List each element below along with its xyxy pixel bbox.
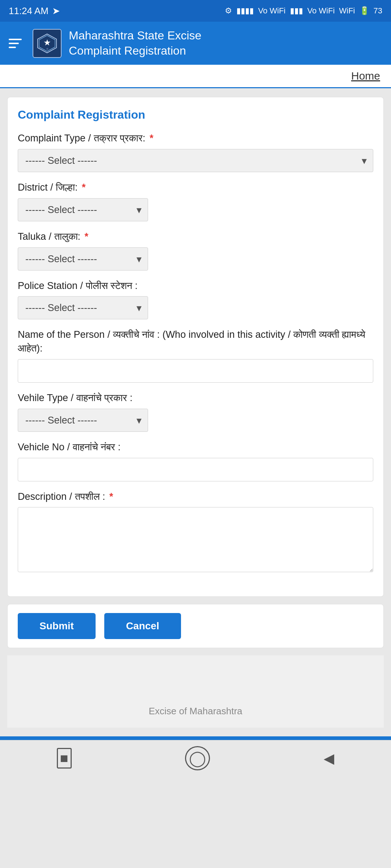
nav-bar: Home	[0, 65, 391, 88]
complaint-type-select[interactable]: ------ Select ------	[18, 149, 373, 172]
time: 11:24 AM	[9, 5, 49, 17]
header-title: Maharashtra State Excise Complaint Regis…	[69, 28, 201, 58]
taluka-group: Taluka / तालुका: * ------ Select ------ …	[18, 230, 373, 271]
footer-text: Excise of Maharashtra	[149, 706, 243, 720]
battery-icon: 🔋	[360, 6, 369, 16]
buttons-card: Submit Cancel	[7, 604, 384, 648]
hamburger-line-2	[9, 43, 19, 44]
battery-level: 73	[374, 6, 382, 16]
police-station-label: Police Station / पोलीस स्टेशन :	[18, 279, 373, 293]
hamburger-line-3	[9, 47, 16, 48]
submit-button[interactable]: Submit	[18, 613, 96, 639]
cancel-button[interactable]: Cancel	[104, 613, 181, 639]
footer-blue-bar	[0, 736, 391, 740]
hamburger-menu[interactable]	[9, 39, 22, 48]
description-label: Description / तपशील : *	[18, 490, 373, 504]
description-textarea[interactable]	[18, 507, 373, 572]
header: ★ ⚖ Maharashtra State Excise Complaint R…	[0, 22, 391, 65]
vehicle-no-input[interactable]	[18, 458, 373, 481]
form-title: Complaint Registration	[18, 108, 373, 122]
logo-badge: ★ ⚖	[33, 29, 62, 58]
signal2-icon: ▮▮▮	[290, 6, 303, 16]
vehicle-type-label: Vehile Type / वाहनांचे प्रकार :	[18, 391, 373, 405]
taluka-label: Taluka / तालुका: *	[18, 230, 373, 244]
recent-apps-icon[interactable]: ■	[57, 748, 72, 769]
complaint-type-label: Complaint Type / तक्रार प्रकार: *	[18, 132, 373, 145]
description-group: Description / तपशील : *	[18, 490, 373, 575]
bluetooth-icon: ⚙	[225, 6, 232, 16]
vehicle-no-group: Vehicle No / वाहनांचे नंबर :	[18, 441, 373, 481]
vehicle-type-select[interactable]: ------ Select ------	[18, 409, 148, 432]
svg-text:★: ★	[44, 39, 51, 47]
person-name-label: Name of the Person / व्यक्तीचे नांव : (W…	[18, 328, 373, 356]
district-group: District / जिल्हा: * ------ Select -----…	[18, 181, 373, 221]
person-name-group: Name of the Person / व्यक्तीचे नांव : (W…	[18, 328, 373, 383]
home-icon[interactable]: ◯	[185, 746, 210, 770]
hamburger-line-1	[9, 39, 22, 40]
main-content: Complaint Registration Complaint Type / …	[0, 88, 391, 736]
police-station-select-wrapper: ------ Select ------ ▾	[18, 296, 148, 319]
footer-area: Excise of Maharashtra	[7, 655, 384, 728]
police-station-group: Police Station / पोलीस स्टेशन : ------ S…	[18, 279, 373, 320]
taluka-select-wrapper: ------ Select ------ ▾	[18, 247, 148, 271]
logo-icon: ★ ⚖	[36, 33, 58, 54]
signal-icon: ▮▮▮▮	[236, 6, 254, 16]
status-bar-left: 11:24 AM ➤	[9, 5, 60, 17]
status-bar-right: ⚙ ▮▮▮▮ Vo WiFi ▮▮▮ Vo WiFi WiFi 🔋 73	[225, 6, 382, 16]
nav-arrow-icon: ➤	[52, 5, 60, 17]
form-card: Complaint Registration Complaint Type / …	[7, 97, 384, 597]
vehicle-type-group: Vehile Type / वाहनांचे प्रकार : ------ S…	[18, 391, 373, 432]
district-select[interactable]: ------ Select ------	[18, 198, 148, 221]
complaint-type-group: Complaint Type / तक्रार प्रकार: * ------…	[18, 132, 373, 172]
vowifi2-label: Vo WiFi	[307, 6, 335, 16]
taluka-select[interactable]: ------ Select ------	[18, 247, 148, 271]
home-link[interactable]: Home	[351, 70, 380, 82]
vehicle-no-label: Vehicle No / वाहनांचे नंबर :	[18, 441, 373, 454]
person-name-input[interactable]	[18, 359, 373, 383]
district-label: District / जिल्हा: *	[18, 181, 373, 195]
wifi-icon: WiFi	[339, 6, 355, 16]
district-select-wrapper: ------ Select ------ ▾	[18, 198, 148, 221]
complaint-type-select-wrapper: ------ Select ------ ▾	[18, 149, 373, 172]
back-icon[interactable]: ◀	[324, 750, 334, 766]
bottom-nav: ■ ◯ ◀	[0, 740, 391, 776]
police-station-select[interactable]: ------ Select ------	[18, 296, 148, 319]
vehicle-type-select-wrapper: ------ Select ------ ▾	[18, 409, 148, 432]
vowifi-label: Vo WiFi	[258, 6, 286, 16]
status-bar: 11:24 AM ➤ ⚙ ▮▮▮▮ Vo WiFi ▮▮▮ Vo WiFi Wi…	[0, 0, 391, 22]
